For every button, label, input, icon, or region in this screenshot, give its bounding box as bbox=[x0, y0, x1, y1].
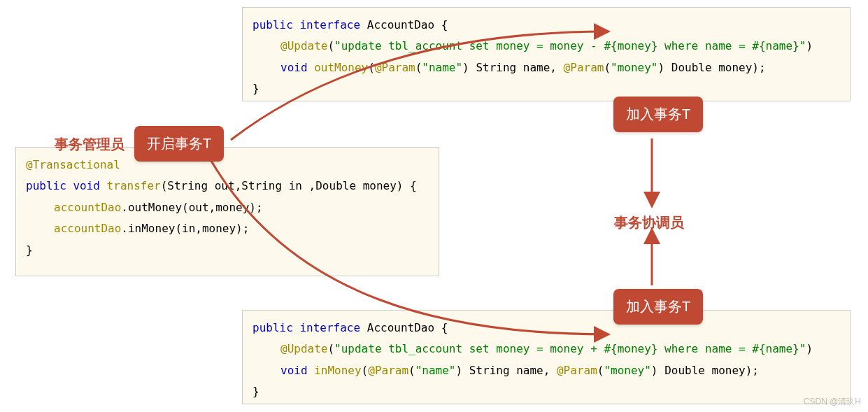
param-annotation: @Param bbox=[557, 364, 597, 377]
badge-join-transaction-2: 加入事务T bbox=[613, 289, 703, 325]
annotation: @Update bbox=[280, 342, 327, 355]
semi: ; bbox=[759, 61, 766, 74]
annotation: @Update bbox=[280, 39, 327, 52]
param-str: "money" bbox=[611, 61, 657, 74]
paren: ( bbox=[327, 342, 334, 355]
annotation: @Transactional bbox=[26, 158, 120, 171]
code-box-transfer: @Transactional public void transfer(Stri… bbox=[15, 147, 439, 276]
paren: ( bbox=[327, 39, 334, 52]
badge-join-transaction-1: 加入事务T bbox=[613, 97, 703, 132]
brace: { bbox=[441, 321, 448, 334]
call: .outMoney(out,money); bbox=[121, 201, 262, 214]
sql-string: "update tbl_account set money = money + … bbox=[334, 342, 806, 355]
kw-void: void bbox=[73, 179, 100, 192]
brace: } bbox=[252, 385, 259, 398]
class-name: AccountDao bbox=[367, 18, 434, 31]
method-name: transfer bbox=[107, 179, 161, 192]
param-type: Double money bbox=[671, 61, 753, 74]
kw-public: public bbox=[252, 321, 293, 334]
kw-interface: interface bbox=[299, 321, 360, 334]
param-annotation: @Param bbox=[368, 364, 408, 377]
obj: accountDao bbox=[54, 222, 121, 235]
watermark: CSDN @清玖H bbox=[804, 396, 861, 408]
badge-open-transaction: 开启事务T bbox=[134, 126, 224, 162]
semi: ; bbox=[752, 364, 759, 377]
method-name: inMoney bbox=[314, 364, 361, 377]
param-type: String name bbox=[476, 61, 550, 74]
brace: { bbox=[441, 18, 448, 31]
param-annotation: @Param bbox=[564, 61, 604, 74]
kw-interface: interface bbox=[299, 18, 360, 31]
param-str: "name" bbox=[422, 61, 462, 74]
param-type: String name bbox=[469, 364, 543, 377]
brace: } bbox=[252, 82, 259, 95]
sql-string: "update tbl_account set money = money - … bbox=[334, 39, 806, 52]
method-name: outMoney bbox=[314, 61, 368, 74]
kw-void: void bbox=[280, 61, 308, 74]
kw-public: public bbox=[26, 179, 66, 192]
kw-public: public bbox=[252, 18, 293, 31]
param-str: "money" bbox=[604, 364, 650, 377]
param-annotation: @Param bbox=[375, 61, 415, 74]
paren: ) bbox=[806, 39, 813, 52]
label-manager: 事务管理员 bbox=[55, 135, 124, 154]
obj: accountDao bbox=[54, 201, 121, 214]
param-type: Double money bbox=[664, 364, 746, 377]
code-box-inmoney: public interface AccountDao { @Update("u… bbox=[242, 310, 851, 404]
call: .inMoney(in,money); bbox=[121, 222, 249, 235]
param-str: "name" bbox=[415, 364, 456, 377]
brace: } bbox=[26, 243, 33, 257]
paren: ) bbox=[806, 342, 813, 355]
code-box-outmoney: public interface AccountDao { @Update("u… bbox=[242, 7, 851, 101]
class-name: AccountDao bbox=[367, 321, 434, 334]
label-coordinator: 事务协调员 bbox=[614, 213, 684, 232]
params: (String out,String in ,Double money) { bbox=[161, 179, 417, 192]
kw-void: void bbox=[280, 364, 308, 377]
